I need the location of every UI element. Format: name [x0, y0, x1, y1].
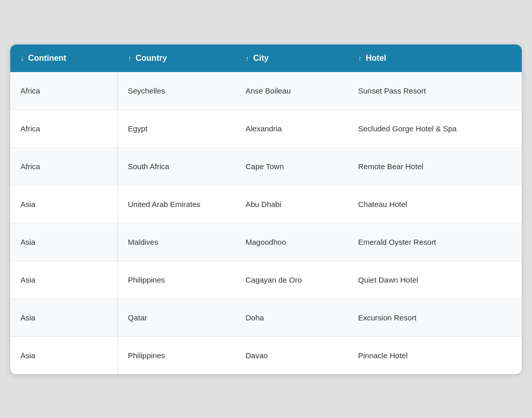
country-sort-icon: ↑ [128, 54, 131, 62]
cell-city: Anse Boileau [235, 72, 348, 109]
table-body: AfricaSeychellesAnse BoileauSunset Pass … [10, 72, 522, 374]
table-row: AsiaUnited Arab EmiratesAbu DhabiChateau… [10, 185, 522, 223]
table-row: AsiaQatarDohaExcursion Resort [10, 299, 522, 337]
cell-city: Cagayan de Oro [235, 261, 348, 298]
table-row: AfricaSeychellesAnse BoileauSunset Pass … [10, 72, 522, 110]
cell-hotel: Emerald Oyster Resort [348, 223, 522, 261]
cell-continent: Africa [10, 148, 118, 185]
cell-country: Egypt [118, 110, 235, 147]
cell-country: Seychelles [118, 72, 235, 109]
cell-city: Davao [235, 337, 348, 374]
city-header-label: City [253, 54, 269, 63]
hotel-header-label: Hotel [366, 54, 386, 63]
table-row: AsiaMaldivesMagoodhooEmerald Oyster Reso… [10, 223, 522, 261]
cell-country: Maldives [118, 223, 235, 261]
cell-city: Magoodhoo [235, 223, 348, 261]
cell-hotel: Sunset Pass Resort [348, 72, 522, 109]
cell-continent: Africa [10, 72, 118, 109]
cell-country: United Arab Emirates [118, 185, 235, 223]
table-row: AfricaSouth AfricaCape TownRemote Bear H… [10, 148, 522, 185]
cell-country: Philippines [118, 337, 235, 374]
cell-hotel: Remote Bear Hotel [348, 148, 522, 185]
cell-country: South Africa [118, 148, 235, 185]
continent-header-label: Continent [28, 54, 66, 63]
cell-continent: Asia [10, 299, 118, 336]
cell-continent: Asia [10, 223, 118, 261]
cell-hotel: Chateau Hotel [348, 185, 522, 223]
city-sort-icon: ↑ [246, 54, 249, 62]
header-hotel[interactable]: ↑Hotel [348, 44, 522, 72]
cell-city: Cape Town [235, 148, 348, 185]
table-header: ↓Continent↑Country↑City↑Hotel [10, 44, 522, 72]
header-country[interactable]: ↑Country [118, 44, 235, 72]
table-row: AsiaPhilippinesCagayan de OroQuiet Dawn … [10, 261, 522, 299]
continent-sort-icon: ↓ [20, 54, 24, 62]
cell-continent: Africa [10, 110, 118, 147]
cell-city: Doha [235, 299, 348, 336]
cell-hotel: Secluded Gorge Hotel & Spa [348, 110, 522, 147]
cell-city: Alexandria [235, 110, 348, 147]
cell-continent: Asia [10, 185, 118, 223]
cell-country: Philippines [118, 261, 235, 298]
hotel-sort-icon: ↑ [358, 54, 362, 62]
cell-city: Abu Dhabi [235, 185, 348, 223]
country-header-label: Country [136, 54, 167, 63]
cell-country: Qatar [118, 299, 235, 336]
cell-hotel: Pinnacle Hotel [348, 337, 522, 374]
table-row: AfricaEgyptAlexandriaSecluded Gorge Hote… [10, 110, 522, 148]
table-row: AsiaPhilippinesDavaoPinnacle Hotel [10, 337, 522, 374]
cell-hotel: Excursion Resort [348, 299, 522, 336]
header-continent[interactable]: ↓Continent [10, 44, 118, 72]
cell-hotel: Quiet Dawn Hotel [348, 261, 522, 298]
data-table: ↓Continent↑Country↑City↑Hotel AfricaSeyc… [10, 44, 522, 374]
header-city[interactable]: ↑City [235, 44, 348, 72]
cell-continent: Asia [10, 261, 118, 298]
cell-continent: Asia [10, 337, 118, 374]
